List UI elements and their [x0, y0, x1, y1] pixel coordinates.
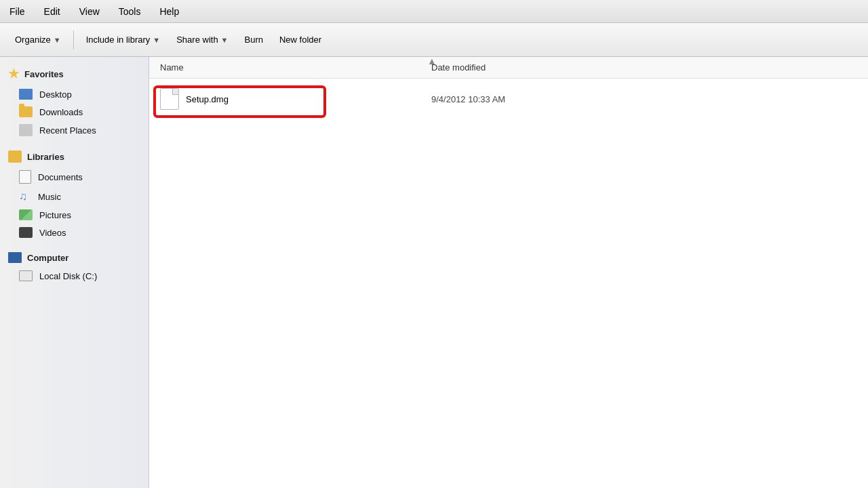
star-icon: ★	[8, 66, 19, 81]
sidebar-item-pictures[interactable]: Pictures	[0, 206, 149, 224]
computer-label: Computer	[27, 253, 68, 263]
table-row[interactable]: Setup.dmg 9/4/2012 10:33 AM	[149, 84, 868, 114]
toolbar-collapse[interactable]: ▲	[0, 56, 868, 63]
sidebar-section-favorites[interactable]: ★ Favorites	[0, 62, 149, 85]
sidebar-item-recent-places[interactable]: Recent Places	[0, 121, 149, 140]
organize-button[interactable]: Organize ▼	[8, 32, 68, 47]
music-icon: ♫	[19, 190, 31, 203]
sidebar-item-local-disk-label: Local Disk (C:)	[39, 271, 97, 281]
recent-places-icon	[19, 124, 33, 136]
share-with-label: Share with	[176, 35, 218, 45]
share-with-button[interactable]: Share with ▼	[170, 32, 235, 47]
sidebar: ★ Favorites Desktop Downloads Recent Pla…	[0, 57, 149, 488]
col-date-header[interactable]: Date modified	[431, 62, 857, 73]
drive-icon	[19, 270, 33, 281]
sidebar-item-desktop[interactable]: Desktop	[0, 85, 149, 103]
menu-file[interactable]: File	[5, 5, 29, 18]
sidebar-item-videos-label: Videos	[39, 228, 66, 238]
file-icon	[160, 88, 179, 110]
sidebar-item-documents-label: Documents	[38, 172, 83, 182]
toolbar-divider-1	[73, 30, 74, 49]
library-icon	[8, 150, 22, 163]
computer-icon	[8, 252, 22, 263]
menu-help[interactable]: Help	[155, 5, 183, 18]
file-date: 9/4/2012 10:33 AM	[431, 94, 857, 104]
sidebar-item-downloads[interactable]: Downloads	[0, 103, 149, 121]
file-name: Setup.dmg	[186, 94, 229, 104]
menu-tools[interactable]: Tools	[115, 5, 145, 18]
sidebar-section-libraries[interactable]: Libraries	[0, 146, 149, 167]
include-library-button[interactable]: Include in library ▼	[79, 32, 167, 47]
menu-view[interactable]: View	[75, 5, 104, 18]
content-body: Setup.dmg 9/4/2012 10:33 AM	[149, 79, 868, 488]
menu-bar: File Edit View Tools Help	[0, 0, 868, 23]
chevron-up-icon: ▲	[427, 56, 441, 63]
include-arrow-icon: ▼	[153, 36, 160, 44]
include-library-label: Include in library	[86, 35, 151, 45]
sidebar-gap-2	[0, 241, 149, 248]
new-folder-label: New folder	[279, 35, 321, 45]
sidebar-gap-1	[0, 140, 149, 146]
menu-edit[interactable]: Edit	[40, 5, 64, 18]
burn-label: Burn	[245, 35, 263, 45]
new-folder-button[interactable]: New folder	[273, 32, 328, 47]
sidebar-item-documents[interactable]: Documents	[0, 167, 149, 187]
sidebar-item-videos[interactable]: Videos	[0, 224, 149, 241]
sidebar-section-computer[interactable]: Computer	[0, 248, 149, 267]
content-area: Name Date modified Setup.dmg 9/4/2012 10…	[149, 57, 868, 488]
sidebar-item-recent-places-label: Recent Places	[39, 125, 96, 136]
documents-icon	[19, 170, 31, 184]
favorites-label: Favorites	[24, 69, 64, 79]
sidebar-item-music[interactable]: ♫ Music	[0, 187, 149, 206]
col-name-header[interactable]: Name	[160, 62, 431, 73]
burn-button[interactable]: Burn	[238, 32, 270, 47]
organize-arrow-icon: ▼	[54, 36, 61, 44]
folder-icon	[19, 106, 33, 117]
sidebar-item-desktop-label: Desktop	[39, 89, 72, 100]
sidebar-item-local-disk[interactable]: Local Disk (C:)	[0, 267, 149, 285]
sidebar-item-music-label: Music	[38, 192, 61, 202]
pictures-icon	[19, 209, 33, 220]
file-name-cell: Setup.dmg	[160, 88, 431, 110]
desktop-icon	[19, 89, 33, 100]
toolbar: Organize ▼ Include in library ▼ Share wi…	[0, 23, 868, 57]
videos-icon	[19, 227, 33, 238]
organize-label: Organize	[15, 35, 51, 45]
sidebar-item-pictures-label: Pictures	[39, 210, 71, 220]
share-arrow-icon: ▼	[221, 36, 229, 44]
libraries-label: Libraries	[27, 152, 64, 162]
main-layout: ★ Favorites Desktop Downloads Recent Pla…	[0, 57, 868, 488]
sidebar-item-downloads-label: Downloads	[39, 107, 83, 117]
